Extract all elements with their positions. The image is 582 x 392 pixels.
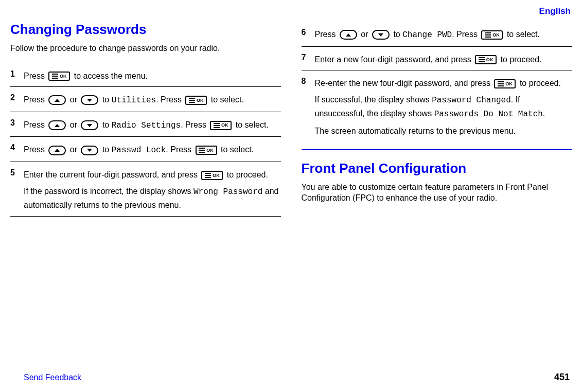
up-arrow-button-icon <box>48 95 66 105</box>
step-text: to proceed. <box>517 79 561 87</box>
step-body: Enter the current four-digit password, a… <box>24 165 281 212</box>
display-message: Passwords Do Not Match <box>434 110 543 119</box>
step-body: Press or to Radio Settings. Press OK to … <box>24 115 281 133</box>
step-text: to <box>391 30 402 39</box>
step-text: Enter a new four-digit password, and pre… <box>315 55 474 64</box>
step-text: to access the menu. <box>72 72 148 80</box>
step-text: Press <box>24 72 47 80</box>
up-arrow-button-icon <box>48 146 66 155</box>
menu-item-label: Radio Settings <box>112 121 181 130</box>
step-2: 2 Press or to Utilities. Press OK to sel… <box>10 86 281 112</box>
right-column: 6 Press or to Change PWD. Press OK to se… <box>302 22 572 217</box>
header-language: English <box>539 6 571 16</box>
svg-marker-0 <box>55 99 60 102</box>
step-text: . <box>543 109 545 118</box>
menu-item-label: Utilities <box>112 96 156 105</box>
svg-marker-3 <box>87 124 92 127</box>
section2-intro: You are able to customize certain featur… <box>302 182 572 204</box>
footer: Send Feedback 451 <box>10 372 572 383</box>
step-text: to <box>100 120 111 129</box>
step-text: The screen automatically returns to the … <box>315 124 572 138</box>
step-body: Press or to Utilities. Press OK to selec… <box>24 90 281 108</box>
step-text: Re-enter the new four-digit password, an… <box>315 79 493 87</box>
menu-ok-button-icon: OK <box>475 55 497 64</box>
step-body: Press OK to access the menu. <box>24 66 281 83</box>
down-arrow-button-icon <box>81 120 98 130</box>
step-text: to <box>100 145 111 154</box>
page-number: 451 <box>554 372 572 383</box>
svg-marker-4 <box>55 149 60 152</box>
step-text: If successful, the display shows <box>315 95 432 104</box>
menu-ok-button-icon: OK <box>196 146 217 155</box>
step-text: or <box>67 120 79 129</box>
step-1: 1 Press OK to access the menu. <box>10 63 281 87</box>
section-divider <box>302 149 572 150</box>
step-text: Press <box>24 120 47 129</box>
svg-marker-2 <box>55 124 60 127</box>
menu-ok-button-icon: OK <box>201 171 223 180</box>
menu-item-label: Change PWD <box>402 30 452 40</box>
step-number: 4 <box>10 140 24 152</box>
step-text: If the password is incorrect, the displa… <box>24 187 193 195</box>
step-text: . Press <box>156 95 184 104</box>
step-text: to select. <box>233 120 268 129</box>
step-text: to proceed. <box>224 170 268 179</box>
step-number: 7 <box>302 50 315 62</box>
section1-title: Changing Passwords <box>10 22 281 38</box>
down-arrow-button-icon <box>372 30 390 40</box>
step-6: 6 Press or to Change PWD. Press OK to se… <box>302 22 572 46</box>
menu-ok-button-icon: OK <box>494 79 516 88</box>
display-message: Wrong Password <box>193 187 262 197</box>
section2-title: Front Panel Configuration <box>302 161 572 176</box>
step-text: Press <box>24 95 47 104</box>
step-text: . Press <box>166 145 193 154</box>
step-text: or <box>67 145 79 154</box>
step-body: Re-enter the new four-digit password, an… <box>315 74 572 137</box>
menu-item-label: Passwd Lock <box>112 146 166 155</box>
step-text: Press <box>315 30 338 39</box>
svg-marker-5 <box>87 149 92 152</box>
step-body: Press or to Change PWD. Press OK to sele… <box>315 25 572 42</box>
step-text: or <box>359 30 371 39</box>
main-content: Changing Passwords Follow the procedure … <box>10 6 572 217</box>
step-7: 7 Enter a new four-digit password, and p… <box>302 46 572 70</box>
menu-ok-button-icon: OK <box>481 30 503 40</box>
step-body: Enter a new four-digit password, and pre… <box>315 50 572 66</box>
section1-intro: Follow the procedure to change passwords… <box>10 43 281 54</box>
up-arrow-button-icon <box>48 120 66 130</box>
step-text: . Press <box>452 30 480 39</box>
step-number: 3 <box>10 115 24 128</box>
svg-marker-1 <box>87 99 92 102</box>
step-text: to <box>100 95 111 104</box>
menu-ok-button-icon: OK <box>185 96 207 105</box>
step-text: or <box>67 95 79 104</box>
step-text: Enter the current four-digit password, a… <box>24 170 200 179</box>
step-8: 8 Re-enter the new four-digit password, … <box>302 70 572 141</box>
display-message: Password Changed <box>432 96 511 105</box>
svg-marker-7 <box>378 33 383 37</box>
step-number: 2 <box>10 90 24 102</box>
send-feedback-link[interactable]: Send Feedback <box>10 373 81 382</box>
step-number: 6 <box>302 25 315 37</box>
step-text: to proceed. <box>498 55 542 64</box>
up-arrow-button-icon <box>340 30 357 40</box>
step-5: 5 Enter the current four-digit password,… <box>10 162 281 217</box>
step-text: Press <box>24 145 47 154</box>
step-3: 3 Press or to Radio Settings. Press OK t… <box>10 112 281 137</box>
down-arrow-button-icon <box>81 146 98 155</box>
step-number: 1 <box>10 66 24 79</box>
down-arrow-button-icon <box>81 95 98 105</box>
menu-ok-button-icon: OK <box>48 72 70 81</box>
svg-marker-6 <box>346 33 351 37</box>
step-number: 8 <box>302 74 315 86</box>
step-text: to select. <box>208 95 243 104</box>
step-text: to select. <box>504 30 539 39</box>
menu-ok-button-icon: OK <box>210 121 232 130</box>
left-column: Changing Passwords Follow the procedure … <box>10 22 281 217</box>
step-number: 5 <box>10 165 24 177</box>
step-body: Press or to Passwd Lock. Press OK to sel… <box>24 140 281 157</box>
step-text: . Press <box>181 120 208 129</box>
step-4: 4 Press or to Passwd Lock. Press OK to s… <box>10 136 281 162</box>
step-text: to select. <box>219 145 254 154</box>
